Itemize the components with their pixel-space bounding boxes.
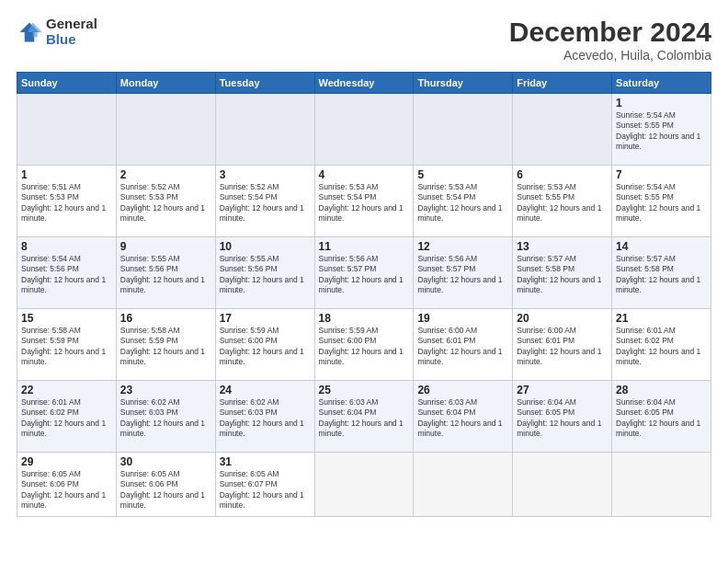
day-info: Sunrise: 5:59 AM Sunset: 6:00 PM Dayligh… <box>220 326 311 368</box>
day-number: 18 <box>319 312 410 325</box>
day-number: 25 <box>319 384 410 396</box>
calendar-cell: 8 Sunrise: 5:54 AM Sunset: 5:56 PM Dayli… <box>17 237 117 309</box>
calendar-cell <box>612 453 711 517</box>
day-info: Sunrise: 5:54 AM Sunset: 5:55 PM Dayligh… <box>616 182 707 224</box>
calendar-cell: 4 Sunrise: 5:53 AM Sunset: 5:54 PM Dayli… <box>314 166 414 237</box>
day-info: Sunrise: 5:53 AM Sunset: 5:54 PM Dayligh… <box>319 182 410 224</box>
calendar-cell <box>513 453 612 517</box>
day-info: Sunrise: 6:04 AM Sunset: 6:05 PM Dayligh… <box>517 397 608 440</box>
calendar-cell: 19 Sunrise: 6:00 AM Sunset: 6:01 PM Dayl… <box>414 309 513 381</box>
calendar-cell: 5 Sunrise: 5:53 AM Sunset: 5:54 PM Dayli… <box>414 166 513 237</box>
day-number: 5 <box>417 168 508 181</box>
day-number: 16 <box>120 312 211 325</box>
day-number: 28 <box>616 384 707 396</box>
calendar-cell: 18 Sunrise: 5:59 AM Sunset: 6:00 PM Dayl… <box>314 309 414 381</box>
calendar-cell: 15 Sunrise: 5:58 AM Sunset: 5:59 PM Dayl… <box>17 309 117 381</box>
day-number: 27 <box>517 384 608 396</box>
calendar-cell: 20 Sunrise: 6:00 AM Sunset: 6:01 PM Dayl… <box>513 309 612 381</box>
day-info: Sunrise: 5:56 AM Sunset: 5:57 PM Dayligh… <box>417 254 508 296</box>
day-number: 15 <box>21 312 112 325</box>
month-title: December 2024 <box>509 17 711 48</box>
day-info: Sunrise: 6:05 AM Sunset: 6:06 PM Dayligh… <box>120 469 211 511</box>
day-number: 7 <box>616 168 707 181</box>
calendar-week-row: 8 Sunrise: 5:54 AM Sunset: 5:56 PM Dayli… <box>17 237 711 309</box>
day-info: Sunrise: 5:55 AM Sunset: 5:56 PM Dayligh… <box>220 254 311 296</box>
calendar-week-row: 1 Sunrise: 5:54 AM Sunset: 5:55 PM Dayli… <box>17 94 711 166</box>
day-number: 8 <box>21 240 112 253</box>
calendar-cell: 27 Sunrise: 6:04 AM Sunset: 6:05 PM Dayl… <box>513 381 612 453</box>
day-number: 12 <box>417 240 508 253</box>
day-number: 3 <box>220 168 311 181</box>
calendar-cell: 23 Sunrise: 6:02 AM Sunset: 6:03 PM Dayl… <box>116 381 215 453</box>
logo: General Blue <box>17 17 97 47</box>
calendar-cell: 26 Sunrise: 6:03 AM Sunset: 6:04 PM Dayl… <box>414 381 513 453</box>
day-number: 10 <box>220 240 311 253</box>
day-info: Sunrise: 6:02 AM Sunset: 6:03 PM Dayligh… <box>120 397 211 440</box>
calendar-cell: 29 Sunrise: 6:05 AM Sunset: 6:06 PM Dayl… <box>17 453 117 517</box>
calendar-cell <box>513 94 612 166</box>
day-info: Sunrise: 6:01 AM Sunset: 6:02 PM Dayligh… <box>616 326 707 368</box>
title-block: December 2024 Acevedo, Huila, Colombia <box>509 17 711 63</box>
calendar-header-thursday: Thursday <box>414 73 513 94</box>
day-info: Sunrise: 6:05 AM Sunset: 6:07 PM Dayligh… <box>220 469 311 511</box>
calendar-cell: 21 Sunrise: 6:01 AM Sunset: 6:02 PM Dayl… <box>612 309 711 381</box>
calendar-cell: 14 Sunrise: 5:57 AM Sunset: 5:58 PM Dayl… <box>612 237 711 309</box>
day-info: Sunrise: 5:58 AM Sunset: 5:59 PM Dayligh… <box>120 326 211 368</box>
day-number: 31 <box>220 455 311 468</box>
day-info: Sunrise: 5:55 AM Sunset: 5:56 PM Dayligh… <box>120 254 211 296</box>
day-info: Sunrise: 6:03 AM Sunset: 6:04 PM Dayligh… <box>417 397 508 440</box>
calendar-cell: 7 Sunrise: 5:54 AM Sunset: 5:55 PM Dayli… <box>612 166 711 237</box>
day-number: 1 <box>21 168 112 181</box>
logo-icon <box>17 19 42 45</box>
calendar-cell: 2 Sunrise: 5:52 AM Sunset: 5:53 PM Dayli… <box>116 166 215 237</box>
day-info: Sunrise: 5:53 AM Sunset: 5:54 PM Dayligh… <box>417 182 508 224</box>
calendar-cell <box>314 94 414 166</box>
calendar-cell <box>414 94 513 166</box>
calendar-cell: 17 Sunrise: 5:59 AM Sunset: 6:00 PM Dayl… <box>215 309 314 381</box>
day-number: 29 <box>21 455 112 468</box>
page: General Blue December 2024 Acevedo, Huil… <box>0 0 728 563</box>
calendar-cell: 25 Sunrise: 6:03 AM Sunset: 6:04 PM Dayl… <box>314 381 414 453</box>
calendar-cell: 1 Sunrise: 5:54 AM Sunset: 5:55 PM Dayli… <box>612 94 711 166</box>
calendar-week-row: 1 Sunrise: 5:51 AM Sunset: 5:53 PM Dayli… <box>17 166 711 237</box>
day-info: Sunrise: 5:54 AM Sunset: 5:56 PM Dayligh… <box>21 254 112 296</box>
day-info: Sunrise: 6:00 AM Sunset: 6:01 PM Dayligh… <box>417 326 508 368</box>
calendar-cell: 30 Sunrise: 6:05 AM Sunset: 6:06 PM Dayl… <box>116 453 215 517</box>
day-number: 20 <box>517 312 608 325</box>
day-number: 4 <box>319 168 410 181</box>
day-number: 23 <box>120 384 211 396</box>
calendar-cell: 10 Sunrise: 5:55 AM Sunset: 5:56 PM Dayl… <box>215 237 314 309</box>
day-number: 17 <box>220 312 311 325</box>
day-info: Sunrise: 5:53 AM Sunset: 5:55 PM Dayligh… <box>517 182 608 224</box>
calendar-header-saturday: Saturday <box>612 73 711 94</box>
calendar-cell: 12 Sunrise: 5:56 AM Sunset: 5:57 PM Dayl… <box>414 237 513 309</box>
day-info: Sunrise: 5:59 AM Sunset: 6:00 PM Dayligh… <box>319 326 410 368</box>
day-info: Sunrise: 5:54 AM Sunset: 5:55 PM Dayligh… <box>616 110 707 153</box>
calendar-week-row: 15 Sunrise: 5:58 AM Sunset: 5:59 PM Dayl… <box>17 309 711 381</box>
day-number: 19 <box>417 312 508 325</box>
calendar-header-wednesday: Wednesday <box>314 73 414 94</box>
calendar-header-monday: Monday <box>116 73 215 94</box>
calendar-header-row: SundayMondayTuesdayWednesdayThursdayFrid… <box>17 73 711 94</box>
location: Acevedo, Huila, Colombia <box>509 48 711 63</box>
day-number: 26 <box>417 384 508 396</box>
calendar-header-friday: Friday <box>513 73 612 94</box>
calendar-cell <box>116 94 215 166</box>
day-number: 21 <box>616 312 707 325</box>
day-number: 6 <box>517 168 608 181</box>
logo-blue-text: Blue <box>46 32 97 48</box>
calendar-cell: 22 Sunrise: 6:01 AM Sunset: 6:02 PM Dayl… <box>17 381 117 453</box>
logo-text: General Blue <box>46 17 97 47</box>
calendar-cell: 11 Sunrise: 5:56 AM Sunset: 5:57 PM Dayl… <box>314 237 414 309</box>
day-info: Sunrise: 6:05 AM Sunset: 6:06 PM Dayligh… <box>21 469 112 511</box>
calendar-cell: 9 Sunrise: 5:55 AM Sunset: 5:56 PM Dayli… <box>116 237 215 309</box>
calendar-cell: 24 Sunrise: 6:02 AM Sunset: 6:03 PM Dayl… <box>215 381 314 453</box>
logo-general-text: General <box>46 17 97 32</box>
calendar-cell: 16 Sunrise: 5:58 AM Sunset: 5:59 PM Dayl… <box>116 309 215 381</box>
day-info: Sunrise: 5:58 AM Sunset: 5:59 PM Dayligh… <box>21 326 112 368</box>
day-info: Sunrise: 6:04 AM Sunset: 6:05 PM Dayligh… <box>616 397 707 440</box>
day-info: Sunrise: 5:57 AM Sunset: 5:58 PM Dayligh… <box>616 254 707 296</box>
calendar-week-row: 29 Sunrise: 6:05 AM Sunset: 6:06 PM Dayl… <box>17 453 711 517</box>
calendar-cell: 1 Sunrise: 5:51 AM Sunset: 5:53 PM Dayli… <box>17 166 117 237</box>
day-number: 9 <box>120 240 211 253</box>
